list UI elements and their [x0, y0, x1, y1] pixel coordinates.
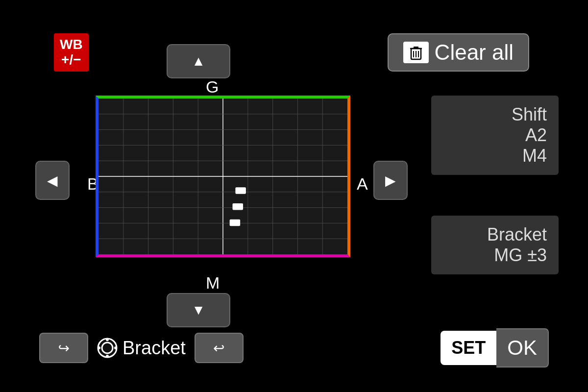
set-button[interactable]: SET [441, 331, 496, 365]
return-right-icon: ↩ [213, 340, 224, 356]
bracket-bottom-label: Bracket [122, 338, 186, 359]
bottom-left: ↩ Bracket ↩ [39, 333, 244, 363]
bottom-right: SET OK [441, 328, 549, 368]
trash-icon [403, 42, 429, 63]
down-arrow-icon: ▼ [192, 302, 205, 318]
up-arrow-icon: ▲ [192, 53, 205, 69]
left-arrow-icon: ◀ [47, 172, 58, 189]
return-right-button[interactable]: ↩ [195, 333, 244, 363]
bottom-bar: ↩ Bracket ↩ SET OK [0, 328, 588, 368]
right-button[interactable]: ▶ [373, 161, 408, 200]
bracket-label-area: Bracket [97, 338, 186, 359]
right-arrow-icon: ▶ [385, 172, 396, 189]
wb-badge: WB +/− [54, 33, 89, 72]
shift-title: Shift [443, 104, 547, 125]
svg-rect-26 [230, 220, 240, 226]
clear-all-button[interactable]: Clear all [388, 33, 529, 72]
clear-all-label: Clear all [435, 40, 514, 65]
dial-icon [97, 338, 118, 358]
shift-a2: A2 [443, 125, 547, 146]
bracket-value: MG ±3 [443, 245, 547, 266]
return-left-button[interactable]: ↩ [39, 333, 88, 363]
set-label: SET [451, 338, 486, 358]
svg-point-30 [106, 355, 109, 358]
shift-m4: M4 [443, 146, 547, 166]
return-left-icon: ↩ [58, 340, 70, 356]
svg-point-28 [102, 343, 113, 353]
bracket-title: Bracket [443, 224, 547, 245]
wb-line1: WB [60, 37, 83, 52]
svg-rect-25 [233, 203, 243, 210]
color-grid [96, 96, 350, 257]
svg-point-29 [106, 338, 109, 341]
svg-rect-2 [414, 47, 418, 49]
bracket-panel: Bracket MG ±3 [431, 216, 559, 274]
label-a: A [357, 174, 368, 194]
down-button[interactable]: ▼ [167, 293, 230, 327]
ok-label: OK [496, 328, 549, 368]
label-g: G [206, 77, 219, 97]
shift-panel: Shift A2 M4 [431, 96, 559, 175]
wb-line2: +/− [60, 52, 83, 68]
label-m: M [206, 273, 220, 293]
svg-point-32 [114, 346, 117, 349]
svg-rect-24 [235, 187, 245, 194]
svg-point-31 [98, 346, 100, 349]
left-button[interactable]: ◀ [35, 161, 70, 200]
up-button[interactable]: ▲ [167, 44, 230, 78]
